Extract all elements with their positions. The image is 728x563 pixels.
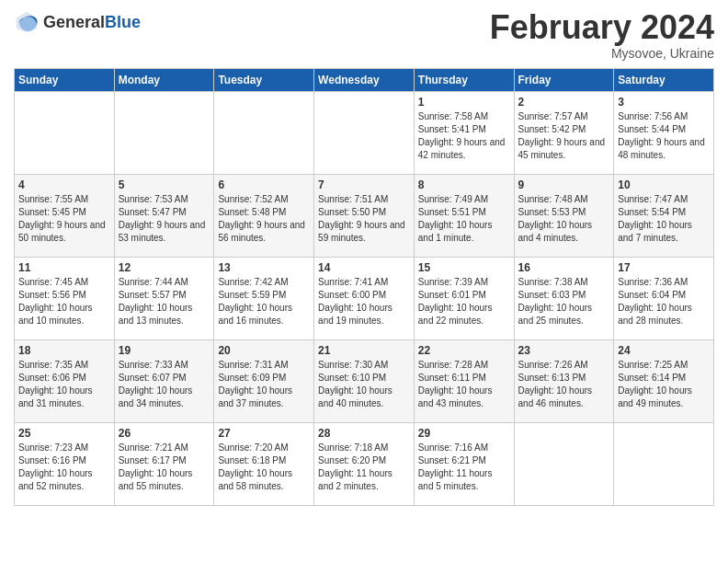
day-cell: 4Sunrise: 7:55 AM Sunset: 5:45 PM Daylig… <box>15 174 115 257</box>
day-cell: 10Sunrise: 7:47 AM Sunset: 5:54 PM Dayli… <box>614 174 714 257</box>
day-cell: 27Sunrise: 7:20 AM Sunset: 6:18 PM Dayli… <box>214 422 314 505</box>
day-cell: 12Sunrise: 7:44 AM Sunset: 5:57 PM Dayli… <box>114 257 214 339</box>
day-cell: 28Sunrise: 7:18 AM Sunset: 6:20 PM Dayli… <box>314 422 415 505</box>
day-content: Sunrise: 7:30 AM Sunset: 6:10 PM Dayligh… <box>318 359 410 410</box>
day-number: 28 <box>318 427 410 440</box>
day-cell <box>514 422 614 505</box>
day-number: 4 <box>18 178 110 191</box>
day-number: 12 <box>119 261 210 274</box>
day-number: 5 <box>119 178 210 191</box>
day-cell: 25Sunrise: 7:23 AM Sunset: 6:16 PM Dayli… <box>15 422 115 505</box>
day-cell: 23Sunrise: 7:26 AM Sunset: 6:13 PM Dayli… <box>514 339 614 422</box>
day-content: Sunrise: 7:56 AM Sunset: 5:44 PM Dayligh… <box>618 110 710 162</box>
weekday-header-wednesday: Wednesday <box>314 68 415 91</box>
day-content: Sunrise: 7:57 AM Sunset: 5:42 PM Dayligh… <box>518 110 610 162</box>
day-content: Sunrise: 7:51 AM Sunset: 5:50 PM Dayligh… <box>318 193 410 245</box>
day-cell: 6Sunrise: 7:52 AM Sunset: 5:48 PM Daylig… <box>214 174 314 257</box>
day-content: Sunrise: 7:26 AM Sunset: 6:13 PM Dayligh… <box>518 359 610 410</box>
day-number: 27 <box>218 427 310 440</box>
day-content: Sunrise: 7:39 AM Sunset: 6:01 PM Dayligh… <box>418 276 510 327</box>
day-number: 7 <box>318 178 410 191</box>
day-number: 14 <box>318 261 410 274</box>
weekday-header-tuesday: Tuesday <box>214 68 314 91</box>
day-number: 6 <box>218 178 310 191</box>
day-number: 8 <box>418 178 510 191</box>
day-content: Sunrise: 7:42 AM Sunset: 5:59 PM Dayligh… <box>218 276 310 327</box>
day-cell <box>314 91 415 174</box>
week-row-5: 25Sunrise: 7:23 AM Sunset: 6:16 PM Dayli… <box>15 422 714 505</box>
day-number: 1 <box>418 96 510 109</box>
day-content: Sunrise: 7:16 AM Sunset: 6:21 PM Dayligh… <box>418 442 510 493</box>
location: Mysovoe, Ukraine <box>490 46 714 61</box>
day-cell: 20Sunrise: 7:31 AM Sunset: 6:09 PM Dayli… <box>214 339 314 422</box>
day-number: 22 <box>418 344 510 357</box>
day-number: 17 <box>618 261 710 274</box>
day-cell <box>214 91 314 174</box>
day-cell: 29Sunrise: 7:16 AM Sunset: 6:21 PM Dayli… <box>414 422 514 505</box>
day-content: Sunrise: 7:55 AM Sunset: 5:45 PM Dayligh… <box>18 193 110 245</box>
day-cell: 13Sunrise: 7:42 AM Sunset: 5:59 PM Dayli… <box>214 257 314 339</box>
day-cell: 26Sunrise: 7:21 AM Sunset: 6:17 PM Dayli… <box>114 422 214 505</box>
day-cell: 7Sunrise: 7:51 AM Sunset: 5:50 PM Daylig… <box>314 174 415 257</box>
weekday-header-saturday: Saturday <box>614 68 714 91</box>
day-cell: 5Sunrise: 7:53 AM Sunset: 5:47 PM Daylig… <box>114 174 214 257</box>
day-content: Sunrise: 7:48 AM Sunset: 5:53 PM Dayligh… <box>518 193 610 245</box>
day-content: Sunrise: 7:28 AM Sunset: 6:11 PM Dayligh… <box>418 359 510 410</box>
day-cell <box>15 91 115 174</box>
header-row: SundayMondayTuesdayWednesdayThursdayFrid… <box>15 68 714 91</box>
day-number: 23 <box>518 344 610 357</box>
day-cell: 1Sunrise: 7:58 AM Sunset: 5:41 PM Daylig… <box>414 91 514 174</box>
day-content: Sunrise: 7:20 AM Sunset: 6:18 PM Dayligh… <box>218 442 310 493</box>
day-cell: 3Sunrise: 7:56 AM Sunset: 5:44 PM Daylig… <box>614 91 714 174</box>
day-content: Sunrise: 7:45 AM Sunset: 5:56 PM Dayligh… <box>18 276 110 327</box>
day-content: Sunrise: 7:52 AM Sunset: 5:48 PM Dayligh… <box>218 193 310 245</box>
day-number: 9 <box>518 178 610 191</box>
day-number: 15 <box>418 261 510 274</box>
day-cell: 24Sunrise: 7:25 AM Sunset: 6:14 PM Dayli… <box>614 339 714 422</box>
month-title: February 2024 <box>490 9 714 46</box>
day-cell: 21Sunrise: 7:30 AM Sunset: 6:10 PM Dayli… <box>314 339 415 422</box>
week-row-3: 11Sunrise: 7:45 AM Sunset: 5:56 PM Dayli… <box>15 257 714 339</box>
day-number: 3 <box>618 96 710 109</box>
day-cell: 14Sunrise: 7:41 AM Sunset: 6:00 PM Dayli… <box>314 257 415 339</box>
day-cell: 11Sunrise: 7:45 AM Sunset: 5:56 PM Dayli… <box>15 257 115 339</box>
weekday-header-sunday: Sunday <box>15 68 115 91</box>
day-number: 19 <box>119 344 210 357</box>
day-content: Sunrise: 7:41 AM Sunset: 6:00 PM Dayligh… <box>318 276 410 327</box>
day-number: 24 <box>618 344 710 357</box>
week-row-4: 18Sunrise: 7:35 AM Sunset: 6:06 PM Dayli… <box>15 339 714 422</box>
day-number: 29 <box>418 427 510 440</box>
day-content: Sunrise: 7:33 AM Sunset: 6:07 PM Dayligh… <box>119 359 210 410</box>
day-content: Sunrise: 7:38 AM Sunset: 6:03 PM Dayligh… <box>518 276 610 327</box>
day-content: Sunrise: 7:31 AM Sunset: 6:09 PM Dayligh… <box>218 359 310 410</box>
day-cell: 15Sunrise: 7:39 AM Sunset: 6:01 PM Dayli… <box>414 257 514 339</box>
day-number: 18 <box>18 344 110 357</box>
logo-text-block: General Blue <box>43 13 141 32</box>
day-cell: 19Sunrise: 7:33 AM Sunset: 6:07 PM Dayli… <box>114 339 214 422</box>
day-number: 11 <box>18 261 110 274</box>
page-header: General Blue February 2024 Mysovoe, Ukra… <box>14 9 714 61</box>
week-row-1: 1Sunrise: 7:58 AM Sunset: 5:41 PM Daylig… <box>15 91 714 174</box>
weekday-header-monday: Monday <box>114 68 214 91</box>
logo-general: General <box>43 13 105 32</box>
day-number: 2 <box>518 96 610 109</box>
logo: General Blue <box>14 9 141 35</box>
week-row-2: 4Sunrise: 7:55 AM Sunset: 5:45 PM Daylig… <box>15 174 714 257</box>
day-number: 10 <box>618 178 710 191</box>
day-number: 21 <box>318 344 410 357</box>
day-content: Sunrise: 7:18 AM Sunset: 6:20 PM Dayligh… <box>318 442 410 493</box>
day-content: Sunrise: 7:35 AM Sunset: 6:06 PM Dayligh… <box>18 359 110 410</box>
day-number: 25 <box>18 427 110 440</box>
day-number: 13 <box>218 261 310 274</box>
weekday-header-friday: Friday <box>514 68 614 91</box>
day-content: Sunrise: 7:47 AM Sunset: 5:54 PM Dayligh… <box>618 193 710 245</box>
title-block: February 2024 Mysovoe, Ukraine <box>490 9 714 61</box>
day-cell: 9Sunrise: 7:48 AM Sunset: 5:53 PM Daylig… <box>514 174 614 257</box>
day-content: Sunrise: 7:36 AM Sunset: 6:04 PM Dayligh… <box>618 276 710 327</box>
logo-icon <box>14 9 40 35</box>
day-cell: 8Sunrise: 7:49 AM Sunset: 5:51 PM Daylig… <box>414 174 514 257</box>
day-content: Sunrise: 7:58 AM Sunset: 5:41 PM Dayligh… <box>418 110 510 162</box>
logo-blue: Blue <box>105 13 141 32</box>
day-cell: 16Sunrise: 7:38 AM Sunset: 6:03 PM Dayli… <box>514 257 614 339</box>
day-number: 26 <box>119 427 210 440</box>
